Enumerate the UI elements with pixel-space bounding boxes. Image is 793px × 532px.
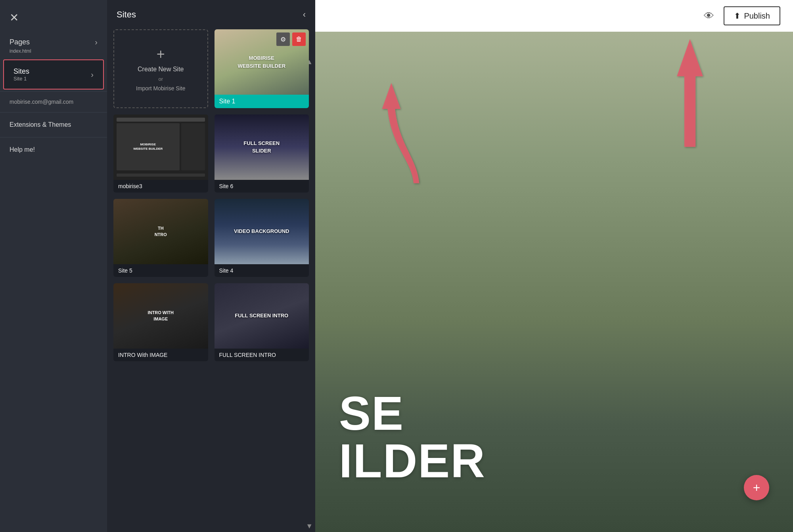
site4-thumbnail: VIDEO BACKGROUND — [215, 199, 309, 264]
mock-content-area: MOBIRISEWEBSITE BUILDER — [117, 123, 205, 170]
publish-button[interactable]: ⬆ Publish — [724, 6, 780, 25]
site6-footer: Site 6 — [215, 180, 309, 193]
sidebar-divider-1 — [0, 91, 107, 92]
site6-thumbnail: FULL SCREENSLIDER — [215, 114, 309, 180]
site1-thumb-text: MOBIRISEWEBSITE BUILDER — [238, 54, 285, 70]
mobirise3-thumb-bg: MOBIRISEWEBSITE BUILDER — [113, 114, 208, 180]
sidebar-divider-2 — [0, 112, 107, 113]
sites-sub-label: Site 1 — [13, 76, 29, 82]
site5-thumbnail: THNTRO — [113, 199, 208, 264]
site5-thumb-bg: THNTRO — [113, 199, 208, 264]
sidebar-email[interactable]: mobirise.com@gmail.com — [0, 93, 107, 111]
preview-button[interactable]: 👁 — [701, 7, 717, 25]
mobirise3-thumbnail: MOBIRISEWEBSITE BUILDER — [113, 114, 208, 180]
sites-label: Sites — [13, 67, 29, 76]
sidebar-item-extensions[interactable]: Extensions & Themes — [0, 114, 107, 135]
close-icon[interactable]: ✕ — [10, 11, 19, 24]
site4-thumb-text: VIDEO BACKGROUND — [234, 228, 289, 235]
site-card-site1[interactable]: MOBIRISEWEBSITE BUILDER ⚙ 🗑 Site 1 — [215, 29, 309, 108]
create-or-label: or — [158, 76, 163, 82]
intro-image-thumb-bg: INTRO WITHIMAGE — [113, 283, 208, 349]
pages-sub-label: index.html — [0, 48, 107, 59]
site6-thumb-text: FULL SCREENSLIDER — [243, 140, 280, 154]
fab-add-button[interactable]: + — [744, 475, 769, 500]
intro-image-footer: INTRO With IMAGE — [113, 349, 208, 361]
hero-text-line2: ILDER — [339, 437, 486, 484]
sites-panel: Sites ‹ ▲ + Create New Site or Import Mo… — [107, 0, 315, 532]
site-card-intro-image[interactable]: INTRO WITHIMAGE INTRO With IMAGE — [113, 283, 208, 361]
create-new-site-card[interactable]: + Create New Site or Import Mobirise Sit… — [113, 29, 208, 108]
import-label: Import Mobirise Site — [136, 85, 185, 92]
site4-footer: Site 4 — [215, 264, 309, 277]
sites-panel-title: Sites — [117, 10, 136, 20]
hero-text-line1: SE — [339, 389, 486, 437]
publish-label: Publish — [744, 11, 770, 21]
pages-chevron-icon: › — [95, 38, 98, 47]
fullscreen-intro-thumb-bg: FULL SCREEN INTRO — [215, 283, 309, 349]
fullscreen-intro-footer: FULL SCREEN INTRO — [215, 349, 309, 361]
upload-icon: ⬆ — [734, 11, 741, 21]
site1-actions: ⚙ 🗑 — [276, 32, 306, 46]
eye-icon: 👁 — [704, 10, 714, 22]
mobirise3-footer: mobirise3 — [113, 180, 208, 193]
site-card-site4[interactable]: VIDEO BACKGROUND Site 4 — [215, 199, 309, 277]
intro-image-thumbnail: INTRO WITHIMAGE — [113, 283, 208, 349]
left-arrow-overlay — [379, 79, 426, 200]
site1-settings-btn[interactable]: ⚙ — [276, 32, 290, 46]
sites-item-inner: Sites Site 1 — [13, 67, 29, 82]
sidebar-item-help[interactable]: Help me! — [0, 139, 107, 160]
sidebar-item-pages[interactable]: Pages › — [0, 32, 107, 48]
site-card-mobirise3[interactable]: MOBIRISEWEBSITE BUILDER mobirise3 — [113, 114, 208, 193]
sites-panel-header: Sites ‹ — [107, 0, 315, 26]
site1-footer: Site 1 — [215, 95, 309, 108]
site6-thumb-bg: FULL SCREENSLIDER — [215, 114, 309, 180]
create-new-label: Create New Site — [138, 66, 184, 73]
sites-chevron-icon: › — [91, 70, 94, 79]
plus-icon: + — [157, 46, 165, 63]
site5-footer: Site 5 — [113, 264, 208, 277]
right-arrow-overlay — [666, 32, 714, 152]
site5-thumb-text: THNTRO — [155, 225, 167, 238]
site4-thumb-bg: VIDEO BACKGROUND — [215, 199, 309, 264]
scroll-down-icon[interactable]: ▼ — [306, 522, 313, 530]
fullscreen-intro-thumbnail: FULL SCREEN INTRO — [215, 283, 309, 349]
sites-panel-close-icon[interactable]: ‹ — [303, 10, 306, 20]
main-hero-text: SE ILDER — [339, 389, 486, 484]
pages-label: Pages — [10, 38, 30, 46]
fullscreen-intro-thumb-text: FULL SCREEN INTRO — [235, 312, 288, 319]
site1-delete-btn[interactable]: 🗑 — [292, 32, 306, 46]
mock-header-bar — [117, 118, 205, 122]
site1-thumbnail: MOBIRISEWEBSITE BUILDER ⚙ 🗑 — [215, 29, 309, 95]
sidebar-item-sites[interactable]: Sites Site 1 › — [3, 59, 104, 90]
site-card-site6[interactable]: FULL SCREENSLIDER Site 6 — [215, 114, 309, 193]
main-content-area: 👁 ⬆ Publish SE ILDER — [315, 0, 793, 532]
sidebar-nav: Pages › index.html Sites Site 1 › mobiri… — [0, 32, 107, 532]
site-card-fullscreen-intro[interactable]: FULL SCREEN INTRO FULL SCREEN INTRO — [215, 283, 309, 361]
main-header: 👁 ⬆ Publish — [315, 0, 793, 32]
sidebar-divider-3 — [0, 137, 107, 137]
mobirise3-thumb-text: MOBIRISEWEBSITE BUILDER — [133, 143, 163, 151]
mock-footer-bar — [117, 174, 205, 177]
mock-col-main: MOBIRISEWEBSITE BUILDER — [117, 123, 180, 170]
sidebar-close-area: ✕ — [0, 0, 107, 32]
sidebar: ✕ Pages › index.html Sites Site 1 › mobi… — [0, 0, 107, 532]
sites-grid: + Create New Site or Import Mobirise Sit… — [107, 26, 315, 520]
site-card-site5[interactable]: THNTRO Site 5 — [113, 199, 208, 277]
intro-image-thumb-text: INTRO WITHIMAGE — [148, 310, 174, 322]
mock-col-side — [181, 123, 205, 170]
